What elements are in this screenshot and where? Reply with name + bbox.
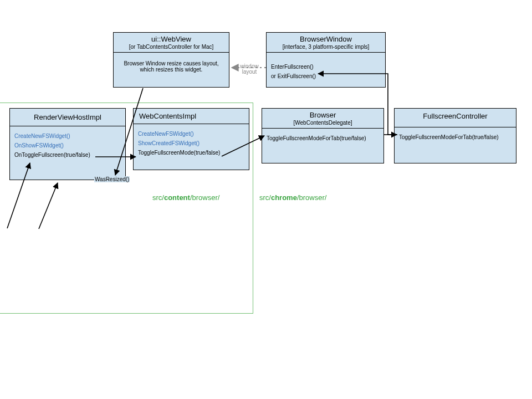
svg-line-5 (7, 163, 30, 228)
svg-line-4 (115, 88, 143, 175)
svg-line-6 (39, 183, 58, 229)
arrows-layer (0, 0, 532, 399)
svg-line-2 (222, 136, 264, 156)
